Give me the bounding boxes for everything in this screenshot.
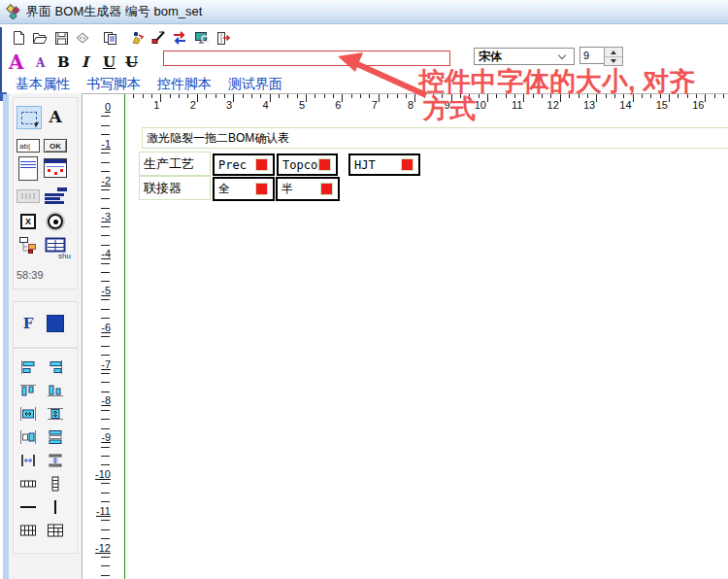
canvas-button-hjt[interactable]: HJT: [348, 153, 420, 176]
hspace-tool[interactable]: [17, 450, 40, 471]
red-indicator[interactable]: [255, 158, 268, 171]
canvas-button-half[interactable]: 半: [276, 177, 340, 201]
red-indicator[interactable]: [318, 158, 331, 171]
color-tool[interactable]: [44, 313, 67, 334]
canvas-button-full[interactable]: 全: [213, 177, 275, 201]
ruler-tick: [215, 94, 216, 98]
vspace-icon: [46, 453, 65, 468]
ruler-tick: [170, 94, 171, 98]
label-tool[interactable]: A: [44, 106, 67, 127]
annotation-text-line2: 方式: [423, 91, 476, 126]
ruler-tick: [101, 134, 110, 135]
ruler-tick: [101, 355, 110, 356]
print-preview-button[interactable]: [72, 27, 93, 49]
align-top-tool[interactable]: [17, 380, 40, 401]
font-small-button[interactable]: A: [36, 56, 45, 70]
ruler-number: 8: [396, 99, 414, 111]
swap-arrows-button[interactable]: [169, 27, 190, 49]
tab-test-interface[interactable]: 测试界面: [228, 76, 282, 93]
red-indicator[interactable]: [401, 158, 414, 171]
tab-control-script[interactable]: 控件脚本: [157, 76, 212, 93]
strikethrough-button[interactable]: U: [125, 53, 138, 71]
row-label-process[interactable]: 生产工艺: [139, 152, 211, 176]
underline-button[interactable]: U: [103, 53, 116, 71]
ruler-tick: [101, 153, 110, 153]
row-label-connector[interactable]: 联接器: [139, 176, 211, 200]
gridwindow-icon: [45, 237, 66, 253]
textbox-tool[interactable]: ab|: [17, 135, 40, 156]
datagrid-icon: [44, 158, 67, 178]
new-file-button[interactable]: [8, 27, 29, 49]
ruler-tick: [101, 428, 110, 429]
ruler-tick: [101, 557, 110, 558]
ruler-tick: [287, 94, 288, 98]
same-size-tool[interactable]: [17, 426, 40, 448]
tree-tool[interactable]: [17, 234, 40, 255]
tab-basic-properties[interactable]: 基本属性: [16, 76, 70, 93]
font-large-button[interactable]: A: [9, 51, 24, 74]
ruler-tick: [101, 464, 110, 465]
font-family-select[interactable]: 宋体: [474, 48, 575, 65]
split-columns-tool[interactable]: [17, 473, 40, 494]
font-size-input[interactable]: 9: [579, 47, 605, 64]
canvas-button-prec[interactable]: Prec: [213, 153, 275, 176]
red-indicator[interactable]: [320, 183, 333, 195]
vertical-line-tool[interactable]: [44, 496, 67, 518]
horizontal-line-tool[interactable]: [17, 496, 40, 518]
toolbox-controls-group: A ab| OK X: [13, 97, 78, 290]
selection-tool[interactable]: [17, 106, 42, 129]
center-vertical-tool[interactable]: [44, 403, 67, 425]
listbox-tool[interactable]: [44, 186, 67, 207]
datagrid-tool[interactable]: [44, 157, 67, 179]
new-file-icon: [11, 30, 26, 46]
design-tool-button[interactable]: [148, 27, 169, 49]
checkbox-tool[interactable]: X: [17, 211, 40, 232]
ruler-number: 0: [91, 101, 111, 113]
exit-button[interactable]: [212, 27, 233, 49]
ruler-tick: [101, 125, 110, 126]
bold-button[interactable]: B: [57, 53, 70, 71]
canvas-button-topcon[interactable]: Topcon: [277, 153, 338, 176]
center-horizontal-tool[interactable]: [17, 403, 40, 425]
split-rows-tool[interactable]: [44, 473, 67, 494]
canvas-title-box[interactable]: 激光隐裂一拖二BOM确认表: [142, 127, 728, 149]
label-icon: A: [49, 107, 61, 126]
equal-vspace-tool[interactable]: [44, 426, 67, 448]
align-right-tool[interactable]: [44, 357, 67, 378]
ruler-number: -5: [91, 285, 111, 296]
gridwindow-caption: shu: [58, 252, 71, 260]
run-script-button[interactable]: [126, 27, 148, 49]
design-canvas[interactable]: 12345678910111213141516 0-1-2-3-4-5-6-7-…: [82, 93, 728, 579]
app-icon: [6, 4, 21, 19]
ruler-tick: [101, 336, 110, 337]
table-tool[interactable]: [44, 520, 67, 541]
memo-tool[interactable]: [17, 157, 40, 179]
ruler-tick: [101, 272, 110, 273]
ruler-tick: [101, 456, 110, 457]
ruler-number: -9: [91, 431, 111, 443]
annotation-arrow-icon: [334, 49, 431, 99]
open-folder-button[interactable]: [29, 27, 50, 49]
italic-button[interactable]: I: [82, 53, 88, 71]
ruler-number: 14: [614, 99, 632, 111]
button-tool[interactable]: OK: [44, 135, 67, 156]
tab-write-script[interactable]: 书写脚本: [86, 76, 141, 93]
ruler-tick: [696, 94, 697, 98]
fine-grid-tool[interactable]: [17, 520, 40, 541]
align-left-tool[interactable]: [17, 357, 40, 378]
screen-preview-button[interactable]: [190, 27, 212, 49]
ruler-tick: [251, 94, 252, 98]
timer-text: 58:39: [17, 269, 44, 281]
ruler-tick: [101, 235, 110, 236]
splitter-strip[interactable]: [3, 94, 9, 579]
save-button[interactable]: [50, 27, 72, 49]
red-indicator[interactable]: [255, 183, 268, 195]
radio-tool[interactable]: [44, 211, 67, 232]
align-bottom-tool[interactable]: [44, 380, 67, 401]
font-tool[interactable]: F: [17, 313, 40, 334]
ruler-number: 2: [179, 99, 196, 111]
vspace-tool[interactable]: [44, 450, 67, 471]
tree-icon: [18, 235, 38, 255]
copy-button[interactable]: [99, 27, 120, 49]
run-script-icon: [129, 30, 145, 46]
